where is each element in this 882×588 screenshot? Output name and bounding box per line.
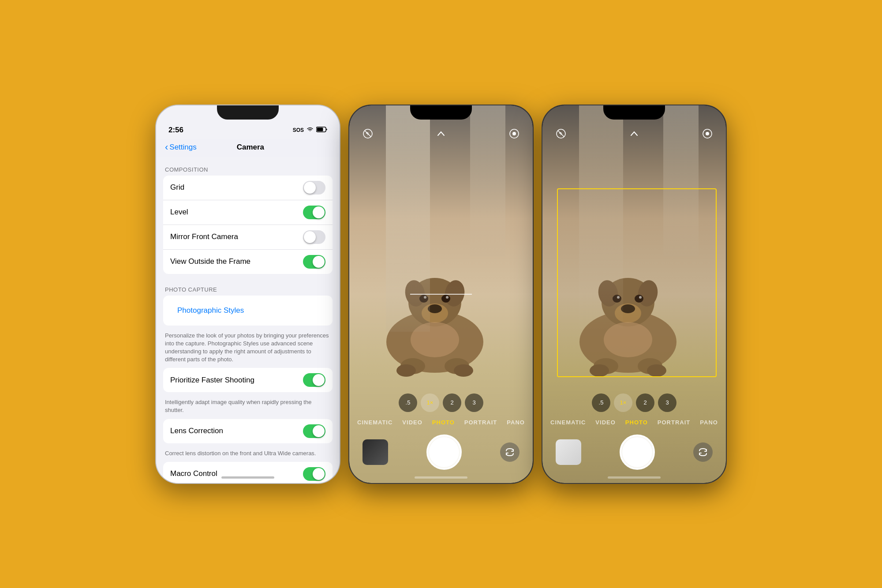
svg-point-11 xyxy=(446,296,448,299)
flip-camera-button[interactable] xyxy=(500,442,519,462)
notch xyxy=(217,105,279,120)
mode-pano-3[interactable]: PANO xyxy=(700,419,718,426)
mirror-row: Mirror Front Camera xyxy=(163,225,333,250)
svg-point-14 xyxy=(396,364,416,377)
faster-shooting-row: Prioritize Faster Shooting xyxy=(163,368,333,392)
zoom-0-5-button-3[interactable]: .5 xyxy=(592,393,610,412)
svg-point-9 xyxy=(441,295,450,303)
camera-controls-row xyxy=(349,434,533,470)
home-indicator-2 xyxy=(415,476,467,479)
settings-content: COMPOSITION Grid Level xyxy=(156,157,340,483)
zoom-0-5-button[interactable]: .5 xyxy=(399,393,417,412)
chevron-up-button-3[interactable] xyxy=(626,126,642,142)
svg-point-15 xyxy=(454,364,473,377)
battery-icon xyxy=(316,127,327,134)
zoom-3x-button[interactable]: 3 xyxy=(465,393,483,412)
back-chevron-icon: ‹ xyxy=(165,142,168,153)
phone-camera-frame: .5 1× 2 3 CINEMATIC VIDEO PHOTO PORTRAIT… xyxy=(542,105,727,484)
faster-shooting-toggle-thumb xyxy=(313,374,325,386)
chevron-up-button[interactable] xyxy=(433,126,449,142)
svg-point-20 xyxy=(512,132,516,135)
status-time: 2:56 xyxy=(168,126,183,135)
settings-screen: 2:56 SOS ‹ Settings xyxy=(156,105,340,483)
mirror-toggle[interactable] xyxy=(303,230,325,244)
flip-camera-button-3[interactable] xyxy=(693,442,713,462)
svg-line-37 xyxy=(558,131,564,137)
view-outside-toggle-thumb xyxy=(313,256,325,268)
mirror-toggle-thumb xyxy=(304,231,316,243)
zoom-2x-button[interactable]: 2 xyxy=(443,393,461,412)
mode-photo[interactable]: PHOTO xyxy=(432,419,455,426)
zoom-3x-button-3[interactable]: 3 xyxy=(658,393,676,412)
photographic-styles-desc: Personalize the look of your photos by b… xyxy=(156,329,340,368)
mode-selector-3: CINEMATIC VIDEO PHOTO PORTRAIT PANO xyxy=(542,419,726,426)
lens-correction-group: Lens Correction xyxy=(163,419,333,443)
notch-2 xyxy=(410,105,472,120)
svg-line-18 xyxy=(365,131,371,137)
phone-camera-normal: .5 1× 2 3 CINEMATIC VIDEO PHOTO PORTRAIT… xyxy=(348,105,534,484)
camera-controls-row-3 xyxy=(542,434,726,470)
mode-video-3[interactable]: VIDEO xyxy=(595,419,615,426)
mode-portrait[interactable]: PORTRAIT xyxy=(464,419,497,426)
live-photo-button-3[interactable] xyxy=(699,126,715,142)
page-title: Camera xyxy=(170,143,331,152)
wifi-icon xyxy=(306,127,314,133)
faster-shooting-label: Prioritize Faster Shooting xyxy=(170,376,303,385)
lens-correction-toggle[interactable] xyxy=(303,424,325,438)
photo-capture-header: PHOTO CAPTURE xyxy=(156,277,340,296)
faster-shooting-group: Prioritize Faster Shooting xyxy=(163,368,333,392)
mode-portrait-3[interactable]: PORTRAIT xyxy=(658,419,690,426)
shutter-inner-3 xyxy=(622,437,652,467)
status-bar: 2:56 SOS xyxy=(156,120,340,139)
view-outside-toggle[interactable] xyxy=(303,255,325,269)
macro-control-toggle[interactable] xyxy=(303,467,325,481)
macro-control-row: Macro Control xyxy=(163,462,333,483)
lens-correction-desc: Correct lens distortion on the front and… xyxy=(156,447,340,462)
phones-container: 2:56 SOS ‹ Settings xyxy=(155,105,727,484)
live-photo-button[interactable] xyxy=(506,126,522,142)
photographic-styles-group: Photographic Styles xyxy=(163,296,333,326)
shutter-button[interactable] xyxy=(426,434,462,470)
svg-rect-1 xyxy=(317,127,323,131)
zoom-1x-button-3[interactable]: 1× xyxy=(614,393,632,412)
level-toggle[interactable] xyxy=(303,206,325,219)
zoom-controls-3: .5 1× 2 3 xyxy=(542,393,726,412)
macro-control-group: Macro Control xyxy=(163,462,333,483)
composition-group: Grid Level Mirror Front Ca xyxy=(163,176,333,274)
view-outside-label: View Outside the Frame xyxy=(170,257,303,266)
zoom-1x-button[interactable]: 1× xyxy=(421,393,439,412)
grid-label: Grid xyxy=(170,183,303,192)
faster-shooting-toggle[interactable] xyxy=(303,373,325,387)
status-icons: SOS xyxy=(293,127,327,134)
camera-bottom-3: .5 1× 2 3 CINEMATIC VIDEO PHOTO PORTRAIT… xyxy=(542,393,726,483)
macro-control-toggle-thumb xyxy=(313,468,325,480)
lens-correction-toggle-thumb xyxy=(313,425,325,437)
camera-screen: .5 1× 2 3 CINEMATIC VIDEO PHOTO PORTRAIT… xyxy=(349,105,533,483)
photographic-styles-link[interactable]: Photographic Styles xyxy=(170,301,251,320)
mode-video[interactable]: VIDEO xyxy=(402,419,422,426)
mode-cinematic[interactable]: CINEMATIC xyxy=(357,419,392,426)
lens-correction-label: Lens Correction xyxy=(170,427,303,435)
mode-photo-3[interactable]: PHOTO xyxy=(625,419,648,426)
level-line xyxy=(410,294,472,295)
mode-selector: CINEMATIC VIDEO PHOTO PORTRAIT PANO xyxy=(349,419,533,426)
lens-correction-row: Lens Correction xyxy=(163,419,333,443)
level-row: Level xyxy=(163,200,333,225)
sos-indicator: SOS xyxy=(293,127,304,133)
photo-thumbnail[interactable] xyxy=(363,439,388,465)
photo-thumbnail-3[interactable] xyxy=(556,439,581,465)
flash-button-3[interactable] xyxy=(553,126,569,142)
grid-toggle[interactable] xyxy=(303,181,325,195)
mode-pano[interactable]: PANO xyxy=(507,419,525,426)
shutter-button-3[interactable] xyxy=(620,434,655,470)
faster-shooting-desc: Intelligently adapt image quality when r… xyxy=(156,396,340,419)
flash-button[interactable] xyxy=(360,126,376,142)
camera-screen-3: .5 1× 2 3 CINEMATIC VIDEO PHOTO PORTRAIT… xyxy=(542,105,726,483)
shutter-inner xyxy=(429,437,459,467)
zoom-2x-button-3[interactable]: 2 xyxy=(636,393,654,412)
mode-cinematic-3[interactable]: CINEMATIC xyxy=(550,419,586,426)
svg-point-39 xyxy=(706,132,709,135)
grid-row: Grid xyxy=(163,176,333,200)
photographic-styles-row[interactable]: Photographic Styles xyxy=(163,296,333,326)
mirror-label: Mirror Front Camera xyxy=(170,232,303,241)
